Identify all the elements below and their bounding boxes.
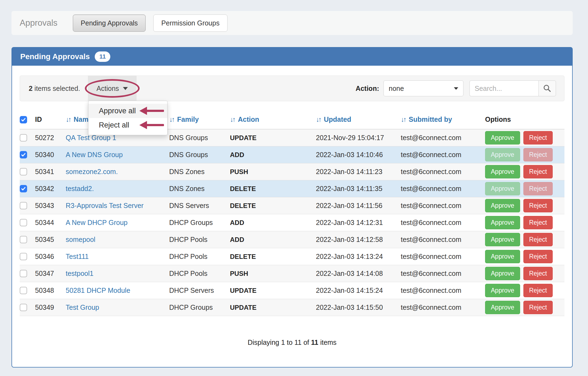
row-checkbox[interactable] xyxy=(20,236,27,243)
reject-button[interactable]: Reject xyxy=(523,301,553,314)
row-checkbox-cell xyxy=(20,163,35,180)
action-filter-select[interactable]: none xyxy=(384,80,463,96)
action-cell: DELETE xyxy=(230,248,316,265)
options-cell: ApproveReject xyxy=(485,299,564,316)
menu-item-reject-all[interactable]: Reject all xyxy=(88,118,167,132)
row-checkbox[interactable] xyxy=(20,253,27,260)
approve-button[interactable]: Approve xyxy=(485,216,520,229)
pagination-summary: Displaying 1 to 11 of 11 items xyxy=(20,339,564,346)
table-toolbar: 2 items selected. Actions Action: none xyxy=(20,76,564,101)
record-link[interactable]: testadd2. xyxy=(66,185,94,192)
column-header-submitted-by[interactable]: ↓↑Submitted by xyxy=(401,115,485,129)
action-cell: ADD xyxy=(230,146,316,163)
family-cell: DNS Zones xyxy=(169,180,230,197)
panel-title: Pending Approvals xyxy=(20,52,90,61)
approve-button[interactable]: Approve xyxy=(485,165,520,178)
approve-button[interactable]: Approve xyxy=(485,284,520,297)
row-checkbox[interactable] xyxy=(20,168,27,175)
record-link[interactable]: A New DHCP Group xyxy=(66,219,128,226)
sort-icon: ↓↑ xyxy=(230,115,235,123)
row-checkbox[interactable] xyxy=(20,151,27,158)
approve-button[interactable]: Approve xyxy=(485,250,520,263)
pagination-prefix: Displaying 1 to 11 of xyxy=(248,339,311,346)
family-cell: DHCP Groups xyxy=(169,299,230,316)
reject-button[interactable]: Reject xyxy=(523,267,553,280)
submitted-by-cell: test@6connect.com xyxy=(401,248,485,265)
family-cell: DNS Servers xyxy=(169,197,230,214)
column-header-updated[interactable]: ↓↑Updated xyxy=(316,115,401,129)
approve-button[interactable]: Approve xyxy=(485,301,520,314)
approve-button[interactable]: Approve xyxy=(485,131,520,144)
family-cell: DHCP Pools xyxy=(169,265,230,282)
id-cell: 50349 xyxy=(35,299,66,316)
column-label: Submitted by xyxy=(409,115,452,123)
reject-button[interactable]: Reject xyxy=(523,199,553,212)
reject-button[interactable]: Reject xyxy=(523,165,553,178)
record-link[interactable]: testpool1 xyxy=(66,270,93,277)
record-link[interactable]: somezone2.com. xyxy=(66,168,118,175)
reject-button[interactable]: Reject xyxy=(523,131,553,144)
column-header-id: ID xyxy=(35,115,66,129)
row-checkbox[interactable] xyxy=(20,304,27,311)
options-cell: ApproveReject xyxy=(485,282,564,299)
approve-button[interactable]: Approve xyxy=(485,182,520,195)
family-cell: DHCP Pools xyxy=(169,231,230,248)
select-all-checkbox[interactable] xyxy=(20,116,27,123)
id-cell: 50341 xyxy=(35,163,66,180)
search-group xyxy=(469,80,556,96)
options-cell: ApproveReject xyxy=(485,180,564,197)
approve-button[interactable]: Approve xyxy=(485,233,520,246)
tab-permission-groups[interactable]: Permission Groups xyxy=(153,15,227,32)
reject-button[interactable]: Reject xyxy=(523,148,553,161)
column-header-action[interactable]: ↓↑Action xyxy=(230,115,316,129)
column-header-options: Options xyxy=(485,115,564,129)
record-link[interactable]: somepool xyxy=(66,236,95,243)
menu-item-approve-all[interactable]: Approve all xyxy=(88,104,167,118)
name-cell: testpool1 xyxy=(66,265,169,282)
reject-button[interactable]: Reject xyxy=(523,182,553,195)
row-checkbox[interactable] xyxy=(20,202,27,209)
search-input[interactable] xyxy=(469,80,538,96)
checkmark-icon xyxy=(21,186,26,191)
reject-button[interactable]: Reject xyxy=(523,233,553,246)
reject-button[interactable]: Reject xyxy=(523,216,553,229)
id-cell: 50344 xyxy=(35,214,66,231)
search-button[interactable] xyxy=(538,80,556,96)
column-header-family[interactable]: ↓↑Family xyxy=(169,115,230,129)
approve-button[interactable]: Approve xyxy=(485,267,520,280)
tab-pending-approvals[interactable]: Pending Approvals xyxy=(73,15,146,32)
row-checkbox[interactable] xyxy=(20,287,27,294)
top-bar: Approvals Pending Approvals Permission G… xyxy=(11,11,573,35)
actions-dropdown-button[interactable]: Actions xyxy=(88,76,137,101)
approve-button[interactable]: Approve xyxy=(485,148,520,161)
family-cell: DHCP Servers xyxy=(169,282,230,299)
approve-button[interactable]: Approve xyxy=(485,199,520,212)
row-checkbox-cell xyxy=(20,248,35,265)
reject-button[interactable]: Reject xyxy=(523,284,553,297)
row-checkbox-cell xyxy=(20,180,35,197)
updated-cell: 2022-Jan-03 14:10:46 xyxy=(316,146,401,163)
record-link[interactable]: A New DNS Group xyxy=(66,151,123,158)
submitted-by-cell: test@6connect.com xyxy=(401,231,485,248)
sort-icon: ↓↑ xyxy=(401,115,405,123)
record-link[interactable]: Test111 xyxy=(66,253,89,260)
record-link[interactable]: 50281 DHCP Module xyxy=(66,287,130,294)
reject-button[interactable]: Reject xyxy=(523,250,553,263)
row-checkbox[interactable] xyxy=(20,219,27,226)
row-checkbox[interactable] xyxy=(20,270,27,277)
name-cell: A New DHCP Group xyxy=(66,214,169,231)
table-row: 50340A New DNS GroupDNS GroupsADD2022-Ja… xyxy=(20,146,564,163)
id-cell: 50347 xyxy=(35,265,66,282)
id-cell: 50348 xyxy=(35,282,66,299)
id-cell: 50340 xyxy=(35,146,66,163)
options-cell: ApproveReject xyxy=(485,197,564,214)
row-checkbox[interactable] xyxy=(20,185,27,192)
record-link[interactable]: Test Group xyxy=(66,303,99,311)
row-checkbox-cell xyxy=(20,282,35,299)
updated-cell: 2021-Nov-29 15:04:17 xyxy=(316,129,401,146)
record-link[interactable]: R3-Approvals Test Server xyxy=(66,202,143,209)
row-checkbox[interactable] xyxy=(20,134,27,141)
magnifier-icon xyxy=(543,84,551,92)
table-row: 50346Test111DHCP PoolsDELETE2022-Jan-03 … xyxy=(20,248,564,265)
chevron-down-icon xyxy=(454,87,458,90)
